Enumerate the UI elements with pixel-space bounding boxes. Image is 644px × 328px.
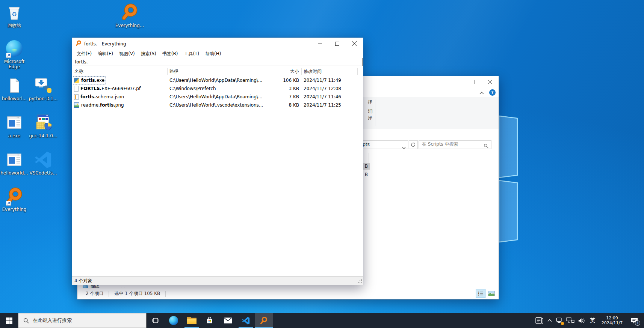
file-modified: 2024/11/7 11:25 [304,101,360,109]
task-view-button[interactable] [147,313,165,328]
desktop-icon-label: helloworld... [0,170,31,176]
desktop-icon-label: gcc-14.1.0... [27,133,60,138]
vscode-icon [35,151,52,169]
taskbar-vscode-button[interactable] [237,313,255,328]
column-header-path[interactable]: 路径 [169,67,178,76]
ime-language-indicator[interactable]: 英 [587,313,598,328]
desktop-icon-helloworld[interactable]: helloworld... [0,150,31,176]
everything-window: fortls. - Everything 文件(F) 编辑(E) 视图(V) 搜… [72,38,363,285]
column-separator[interactable] [357,68,358,75]
selection-summary: 选中 1 个项目 105 KB [114,290,160,297]
details-view-button[interactable] [476,289,485,298]
everything-search-input[interactable] [73,58,363,66]
column-separator[interactable] [167,68,168,75]
recycle-bin-icon: ♻ [6,3,23,21]
file-icon [74,86,79,92]
desktop-icon-vscode[interactable]: VSCodeUs... [27,150,60,176]
everything-icon [260,316,268,325]
menu-edit[interactable]: 编辑(E) [95,50,116,58]
table-row[interactable]: fortls.schema.json C:\Users\HelloWorld\A… [72,93,363,101]
desktop-icon-recycle-bin[interactable]: ♻ 回收站 [0,3,31,28]
column-separator[interactable] [301,68,302,75]
column-separator[interactable] [264,68,264,75]
desktop-icon-label: a.exe [0,133,31,138]
news-widget-icon[interactable] [534,313,545,328]
sync-status-icon[interactable] [554,313,565,328]
ribbon-group-separator [375,99,375,126]
file-path: C:\Users\HelloWorld\.vscode\extensions..… [169,101,263,109]
refresh-button[interactable] [409,140,418,149]
taskbar-edge-button[interactable] [165,313,183,328]
file-explorer-icon [187,317,197,324]
hidden-icons-chevron[interactable] [545,313,554,328]
taskbar-everything-button[interactable] [255,313,273,328]
column-gridline [369,153,369,164]
desktop-icon-edge[interactable]: Microsoft Edge [0,39,31,69]
start-button[interactable] [0,313,18,328]
chevron-down-icon[interactable] [402,144,406,149]
refresh-icon [411,142,416,147]
store-icon [206,316,214,325]
windows-logo-icon [6,317,12,324]
thumbnail-view-icon [488,291,495,296]
desktop-icon-everything[interactable]: Everything [0,187,31,212]
task-view-icon [151,316,160,325]
desktop-icon-python-installer[interactable]: python-3.1... [27,76,60,101]
column-header-name[interactable]: 名称 [74,67,83,76]
taskbar-file-explorer-button[interactable] [183,313,201,328]
file-modified: 2024/11/7 12:08 [304,84,360,93]
help-icon[interactable]: ? [489,89,496,96]
explorer-minimize-button[interactable] [447,76,464,87]
details-view-icon [478,291,484,296]
menu-help[interactable]: 帮助(H) [202,50,224,58]
desktop-icon-gcc-installer[interactable]: gcc-14.1.0... [27,113,60,138]
mail-icon [224,317,232,324]
volume-icon[interactable] [576,313,587,328]
menu-view[interactable]: 视图(V) [116,50,138,58]
taskbar-clock[interactable]: 12:09 2024/11/7 [598,313,626,328]
chevron-down-icon[interactable] [121,285,125,288]
network-icon[interactable] [565,313,576,328]
taskbar-search-box[interactable]: 在此键入进行搜索 [18,313,147,328]
menu-file[interactable]: 文件(F) [74,50,95,58]
object-count: 4 个对象 [74,278,92,284]
taskbar-mail-button[interactable] [219,313,237,328]
taskbar: 在此键入进行搜索 [0,313,644,328]
clock-time: 12:09 [602,316,623,320]
explorer-close-button[interactable] [481,76,499,87]
everything-close-button[interactable] [346,38,363,49]
everything-app-icon [76,40,82,48]
desktop-icon-label: python-3.1... [27,96,60,101]
column-header-modified[interactable]: 修改时间 [304,67,322,76]
image-file-icon [74,102,79,108]
sync-alert-dot [561,322,564,325]
table-row[interactable]: fortls.exe C:\Users\HelloWorld\AppData\R… [72,76,363,84]
menu-search[interactable]: 搜索(S) [138,50,159,58]
explorer-search-box[interactable] [419,140,491,149]
everything-minimize-button[interactable] [311,38,328,49]
taskbar-store-button[interactable] [201,313,219,328]
table-row[interactable]: FORTLS.EXE-A669F607.pf C:\Windows\Prefet… [72,84,363,93]
file-name: fortls.exe [81,76,104,84]
thumbnail-view-button[interactable] [487,289,496,298]
items-count: 2 个项目 [86,290,103,297]
resize-grip[interactable] [358,278,362,284]
ribbon-collapse-icon[interactable] [479,89,484,96]
notification-center-button[interactable]: 1 [626,313,642,328]
everything-maximize-button[interactable] [328,38,346,49]
json-file-icon [74,94,79,100]
explorer-search-input[interactable] [422,141,478,147]
desktop-icon-helloworl[interactable]: helloworl... [0,76,31,101]
menu-bookmarks[interactable]: 书签(B) [159,50,181,58]
search-icon [23,318,29,323]
column-header-size[interactable]: 大小 [265,67,299,76]
file-modified: 2024/11/7 11:49 [304,76,360,84]
menu-tools[interactable]: 工具(T) [181,50,202,58]
text-file-icon [6,76,22,95]
explorer-maximize-button[interactable] [464,76,481,87]
table-row[interactable]: readme.fortls.png C:\Users\HelloWorld\.v… [72,101,363,109]
shortcut-arrow-icon [6,53,11,58]
app-window-icon [6,114,23,131]
desktop-icon-everything-installer[interactable]: Everything... [113,3,146,28]
desktop-icon-a-exe[interactable]: a.exe [0,113,31,138]
